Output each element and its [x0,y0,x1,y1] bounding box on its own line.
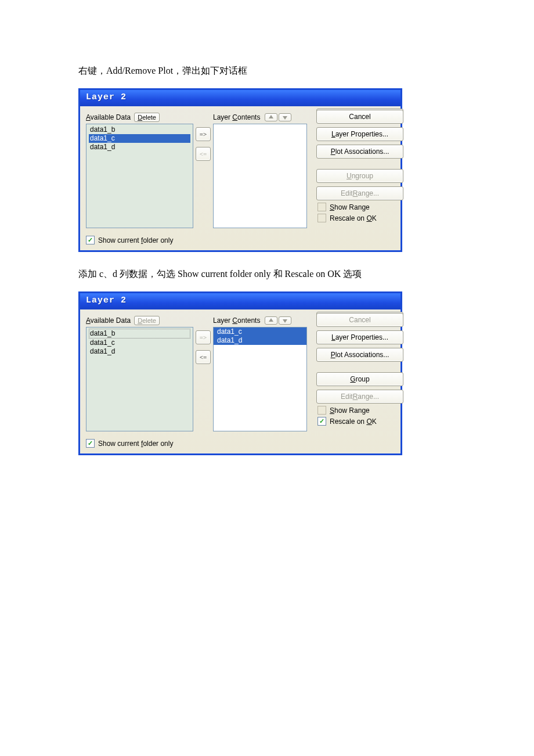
list-item[interactable]: data1_d [214,336,306,345]
layer-contents-list[interactable] [213,124,307,228]
add-to-layer-button[interactable]: => [196,127,211,141]
show-range-check[interactable]: Show Range [316,203,399,211]
rescale-on-ok-check[interactable]: ✓ Rescale on OK [316,417,399,426]
checkbox-icon [317,406,326,415]
edit-range-button[interactable]: Edit Range... [316,390,403,404]
delete-button[interactable]: Delete [134,316,160,325]
remove-from-layer-button[interactable]: <= [196,350,211,364]
group-button[interactable]: Group [316,372,403,386]
cancel-button[interactable]: Cancel [316,110,403,124]
list-item[interactable]: data1_d [89,143,190,152]
caption-text-1: 右键，Add/Remove Plot，弹出如下对话框 [78,64,456,78]
available-data-label: Available Data [86,113,131,121]
caption-text-2: 添加 c、d 列数据，勾选 Show current folder only 和… [78,267,456,281]
available-data-label: Available Data [86,316,131,325]
plot-associations-button[interactable]: Plot Associations... [316,348,403,362]
layer-contents-label: Layer Contents [213,113,260,121]
plot-associations-button[interactable]: Plot Associations... [316,145,403,159]
checkbox-icon [317,214,326,222]
layer-dialog-2: Layer 2 Available Data Delete Layer Cont… [78,291,402,455]
titlebar: Layer 2 [80,90,400,106]
layer-properties-button[interactable]: Layer Properties... [316,127,403,141]
checkbox-icon: ✓ [86,439,95,448]
edit-range-button[interactable]: Edit Range... [316,186,403,200]
list-item[interactable]: data1_d [89,347,190,356]
layer-dialog-1: Layer 2 Available Data Delete Layer Cont… [78,88,402,252]
move-up-button[interactable] [265,316,277,325]
available-data-list[interactable]: data1_b data1_c data1_d [86,124,193,228]
delete-button[interactable]: Delete [134,113,160,122]
layer-contents-label: Layer Contents [213,316,260,325]
layer-contents-list[interactable]: data1_c data1_d [213,327,307,431]
list-item[interactable]: data1_c [214,327,306,336]
rescale-on-ok-check[interactable]: Rescale on OK [316,214,399,222]
available-data-list[interactable]: data1_b data1_c data1_d [86,327,193,431]
move-down-button[interactable] [279,316,291,325]
show-range-check[interactable]: Show Range [316,406,399,415]
show-current-folder-check[interactable]: Show current folder only [98,440,173,448]
list-item[interactable]: data1_c [89,134,190,143]
list-item[interactable]: data1_b [89,329,190,339]
checkbox-icon: ✓ [317,417,326,426]
remove-from-layer-button[interactable]: <= [196,147,211,161]
layer-properties-button[interactable]: Layer Properties... [316,330,403,344]
show-current-folder-check[interactable]: Show current folder only [98,236,173,244]
ungroup-button[interactable]: Ungroup [316,169,403,183]
move-down-button[interactable] [279,113,291,121]
checkbox-icon [317,203,326,211]
move-up-button[interactable] [265,113,277,121]
list-item[interactable]: data1_c [89,339,190,347]
list-item[interactable]: data1_b [89,125,190,134]
titlebar: Layer 2 [80,293,400,309]
checkbox-icon: ✓ [86,236,95,244]
cancel-button[interactable]: Cancel [316,313,403,327]
add-to-layer-button[interactable]: => [196,330,211,344]
